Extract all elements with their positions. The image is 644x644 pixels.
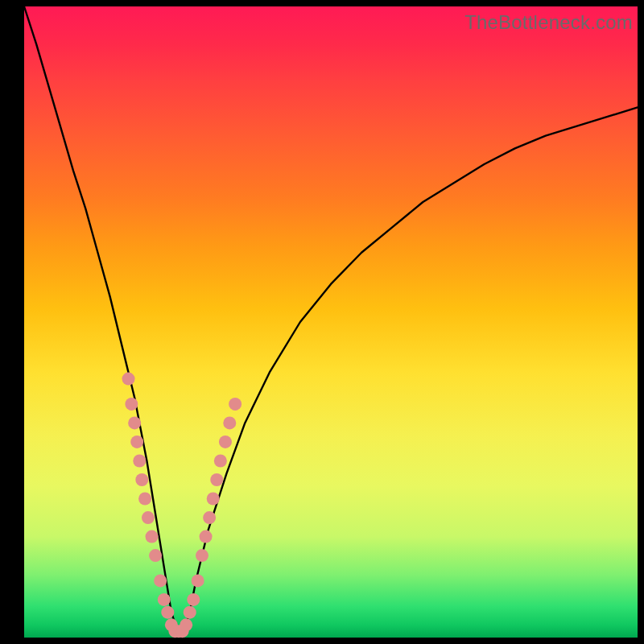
highlight-dots: [122, 373, 242, 638]
highlight-dot: [161, 606, 174, 619]
highlight-dot: [180, 618, 192, 631]
chart-frame: TheBottleneck.com: [0, 0, 644, 644]
highlight-dot: [223, 416, 236, 429]
curve-path-group: [24, 6, 638, 631]
highlight-dot: [184, 606, 196, 619]
highlight-dot: [125, 398, 138, 411]
highlight-dot: [219, 436, 232, 448]
highlight-dot: [207, 493, 220, 506]
chart-svg: [24, 6, 638, 638]
highlight-dot: [133, 454, 146, 467]
highlight-dot: [192, 574, 204, 587]
highlight-dot: [187, 593, 200, 606]
highlight-dot: [138, 493, 151, 506]
highlight-dot: [149, 549, 162, 562]
highlight-dot: [128, 416, 141, 429]
highlight-dot: [130, 436, 143, 448]
highlight-dot: [203, 511, 216, 524]
highlight-dot: [210, 473, 223, 486]
plot-area: TheBottleneck.com: [24, 6, 638, 638]
highlight-dot: [122, 373, 135, 386]
highlight-dot: [200, 530, 213, 543]
bottleneck-curve: [24, 6, 638, 631]
highlight-dot: [229, 398, 242, 411]
highlight-dot: [154, 574, 167, 587]
highlight-dot: [196, 549, 208, 562]
highlight-dot: [214, 454, 227, 467]
highlight-dot: [158, 593, 171, 606]
highlight-dot: [135, 473, 148, 486]
highlight-dot: [146, 530, 159, 543]
highlight-dot: [142, 511, 155, 524]
